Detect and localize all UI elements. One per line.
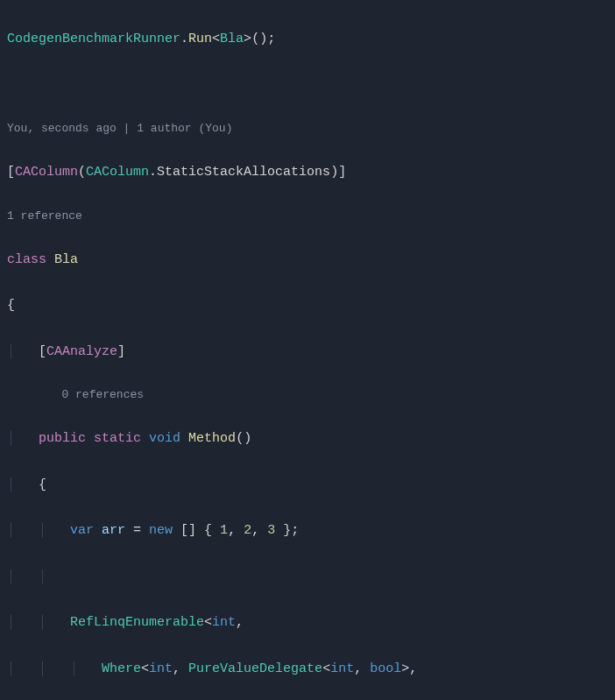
codelens-author[interactable]: You, seconds ago | 1 author (You) xyxy=(7,120,608,138)
code-line[interactable]: CodegenBenchmarkRunner.Run<Bla>(); xyxy=(7,28,608,51)
code-line[interactable]: class Bla xyxy=(7,249,608,272)
attribute-name: CAColumn xyxy=(15,165,78,180)
code-editor[interactable]: CodegenBenchmarkRunner.Run<Bla>(); You, … xyxy=(0,0,615,700)
blank-line: │ │ xyxy=(7,566,608,589)
method-token: Run xyxy=(188,32,212,46)
method-name: Method xyxy=(188,431,236,446)
type-token: CodegenBenchmarkRunner xyxy=(7,32,180,46)
code-line[interactable]: { xyxy=(7,294,608,317)
class-name: Bla xyxy=(54,252,78,267)
code-line[interactable]: │ │ var arr = new [] { 1, 2, 3 }; xyxy=(7,520,608,542)
codelens-references[interactable]: 0 references xyxy=(7,386,608,405)
code-line[interactable]: [CAColumn(CAColumn.StaticStackAllocation… xyxy=(7,161,608,184)
code-line[interactable]: │ [CAAnalyze] xyxy=(7,341,608,364)
code-line[interactable]: │ │ RefLinqEnumerable<int, xyxy=(7,612,608,634)
blank-line xyxy=(7,74,608,97)
code-line[interactable]: │ │ │ Where<int, PureValueDelegate<int, … xyxy=(7,658,608,681)
code-line[interactable]: │ { xyxy=(7,474,608,497)
codelens-references[interactable]: 1 reference xyxy=(7,208,608,226)
code-line[interactable]: │ public static void Method() xyxy=(7,428,608,450)
